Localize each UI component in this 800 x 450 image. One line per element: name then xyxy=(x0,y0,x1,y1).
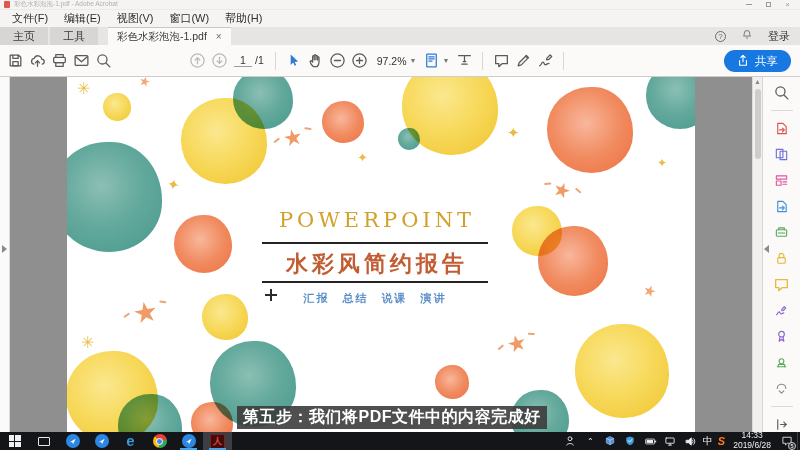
window-titlebar: 彩色水彩泡泡-1.pdf - Adobe Acrobat × xyxy=(0,0,800,10)
acrobat-icon: 人 xyxy=(210,434,225,449)
combine-files-button[interactable] xyxy=(769,144,795,165)
tab-tools[interactable]: 工具 xyxy=(50,27,98,45)
tray-cube-icon[interactable] xyxy=(603,434,618,449)
vertical-scrollbar[interactable]: ▲ xyxy=(752,77,762,432)
page-fit-button[interactable] xyxy=(420,49,442,73)
blue-app-2[interactable] xyxy=(87,432,116,450)
windows-taskbar: e人 ⌃中S14:332019/6/285 xyxy=(0,432,800,450)
page-fit-dropdown-icon[interactable]: ▼ xyxy=(442,57,449,64)
menu-item-4[interactable]: 帮助(H) xyxy=(217,10,270,27)
edge-app[interactable]: e xyxy=(116,432,145,450)
pdf-keyword-0: 汇报 xyxy=(304,291,330,306)
watercolor-bubble-teal xyxy=(646,77,695,129)
title-rule-top xyxy=(262,242,488,244)
zoom-level-value[interactable]: 97.2% xyxy=(377,55,407,67)
comment-button[interactable] xyxy=(769,274,795,295)
acrobat-app[interactable]: 人 xyxy=(203,432,232,450)
close-icon[interactable]: × xyxy=(785,2,790,7)
certificates-button[interactable] xyxy=(769,326,795,347)
document-tab[interactable]: 彩色水彩泡泡-1.pdf × xyxy=(108,27,231,45)
tray-shield-icon[interactable] xyxy=(623,434,638,449)
tools-sidebar xyxy=(762,77,800,432)
star-doodle: ✦ xyxy=(166,176,181,193)
menu-item-1[interactable]: 编辑(E) xyxy=(56,10,109,27)
zoom-dropdown-icon[interactable]: ▼ xyxy=(410,57,417,64)
menu-item-0[interactable]: 文件(F) xyxy=(4,10,56,27)
network-icon[interactable] xyxy=(663,434,678,449)
notification-badge: 5 xyxy=(788,442,796,450)
text-select-cursor xyxy=(265,289,277,301)
reading-mode-button[interactable] xyxy=(453,49,475,73)
scroll-up-icon[interactable]: ▲ xyxy=(754,78,761,85)
email-button[interactable] xyxy=(70,49,92,73)
battery-icon[interactable] xyxy=(643,434,658,449)
next-page-button[interactable] xyxy=(208,49,230,73)
hand-tool-button[interactable] xyxy=(305,49,327,73)
collapse-right-panel-icon[interactable] xyxy=(764,245,769,253)
watercolor-bubble-orange xyxy=(435,365,469,399)
save-button[interactable] xyxy=(4,49,26,73)
start-button[interactable] xyxy=(0,432,29,450)
menu-item-2[interactable]: 视图(V) xyxy=(109,10,162,27)
maximize-icon[interactable] xyxy=(766,2,771,7)
sign-tool-button[interactable] xyxy=(534,49,556,73)
blue-app-icon xyxy=(66,434,80,448)
volume-icon[interactable] xyxy=(683,434,698,449)
acrobat-window: 彩色水彩泡泡-1.pdf - Adobe Acrobat × 文件(F)编辑(E… xyxy=(0,0,800,450)
scrollbar-thumb[interactable] xyxy=(755,89,761,159)
fill-sign-button[interactable] xyxy=(769,300,795,321)
find-button[interactable] xyxy=(92,49,114,73)
more-tools-button[interactable] xyxy=(769,378,795,399)
chrome-app[interactable] xyxy=(145,432,174,450)
expand-left-panel-icon[interactable] xyxy=(2,245,7,253)
menu-bar: 文件(F)编辑(E)视图(V)窗口(W)帮助(H) xyxy=(0,10,800,27)
star-doodle: ✳ xyxy=(77,81,90,97)
tab-close-icon[interactable]: × xyxy=(216,31,222,42)
stamp-button[interactable] xyxy=(769,352,795,373)
star-doodle: ✦ xyxy=(657,157,667,169)
tab-home-label: 主页 xyxy=(13,29,35,44)
share-button[interactable]: 共享 xyxy=(724,50,791,72)
protect-button[interactable] xyxy=(769,248,795,269)
tab-bar: 主页 工具 彩色水彩泡泡-1.pdf × ? 登录 xyxy=(0,27,800,45)
zoom-in-button[interactable] xyxy=(349,49,371,73)
watercolor-bubble-orange xyxy=(322,101,364,143)
star-doodle: ✦ xyxy=(507,125,520,140)
export-pdf-button[interactable] xyxy=(769,118,795,139)
tab-tools-label: 工具 xyxy=(63,29,85,44)
search-tool-button[interactable] xyxy=(769,82,795,103)
task-view-button[interactable] xyxy=(29,432,58,450)
upload-button[interactable] xyxy=(26,49,48,73)
scan-ocr-button[interactable] xyxy=(769,222,795,243)
tray-person-icon[interactable] xyxy=(563,434,578,449)
video-subtitle: 第五步：我们将PDF文件中的内容完成好 xyxy=(237,406,547,429)
blue-app-3[interactable] xyxy=(174,432,203,450)
print-button[interactable] xyxy=(48,49,70,73)
windows-logo-icon xyxy=(9,435,21,447)
help-icon[interactable]: ? xyxy=(715,31,726,42)
action-center-button[interactable]: 5 xyxy=(779,434,794,449)
input-language-indicator[interactable]: 中 xyxy=(703,434,713,448)
left-panel-strip xyxy=(0,77,10,432)
page-number-input[interactable]: 1 xyxy=(234,54,252,67)
menu-item-3[interactable]: 窗口(W) xyxy=(161,10,217,27)
tray-expand-icon[interactable]: ⌃ xyxy=(583,434,598,449)
zoom-out-button[interactable] xyxy=(327,49,349,73)
watercolor-bubble-yellow xyxy=(575,324,669,418)
minimize-icon[interactable] xyxy=(746,4,752,5)
select-tool-button[interactable] xyxy=(283,49,305,73)
tab-home[interactable]: 主页 xyxy=(0,27,48,45)
acrobat-app-icon xyxy=(4,1,10,8)
blue-app-1[interactable] xyxy=(58,432,87,450)
organize-pages-button[interactable] xyxy=(769,196,795,217)
login-button[interactable]: 登录 xyxy=(768,29,790,44)
comment-tool-button[interactable] xyxy=(490,49,512,73)
edit-pdf-button[interactable] xyxy=(769,170,795,191)
clock[interactable]: 14:332019/6/28 xyxy=(730,431,774,450)
previous-page-button[interactable] xyxy=(186,49,208,73)
sogou-ime-icon[interactable]: S xyxy=(718,435,725,447)
pencil-tool-button[interactable] xyxy=(512,49,534,73)
bell-icon[interactable] xyxy=(741,27,753,45)
pdf-page[interactable]: ✳★★✦✦✦✦★★✳★★ POWERPOINT 水彩风简约报告 汇报总结说课演讲 xyxy=(67,77,695,432)
document-canvas: ✳★★✦✦✦✦★★✳★★ POWERPOINT 水彩风简约报告 汇报总结说课演讲 xyxy=(10,77,752,432)
